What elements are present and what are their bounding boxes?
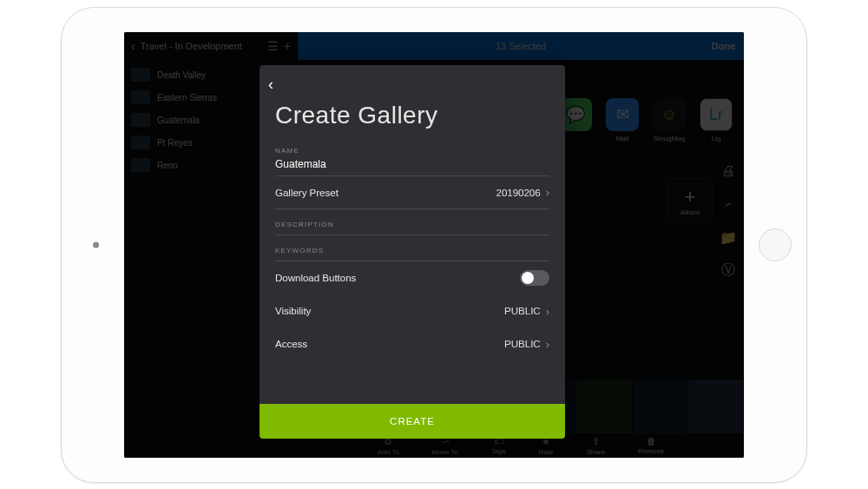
share-icon: ⇪ [592,436,600,447]
smugmug-icon: ☺ [653,98,686,131]
thumb [131,90,150,104]
mail-icon: ✉ [606,98,639,131]
gallery-preset-row[interactable]: Gallery Preset 20190206› [275,176,549,209]
sort-icon[interactable]: ☰ [267,39,279,53]
done-button[interactable]: Done [712,41,736,51]
ipad-camera [93,242,99,248]
chevron-right-icon: › [546,338,549,351]
create-button[interactable]: CREATE [260,404,565,439]
wordpress-icon[interactable]: Ⓥ [720,261,737,279]
sidebar-item-label: Pt Reyes [157,138,193,148]
modal-body: NAME Gallery Preset 20190206› Download B… [260,140,565,404]
photo-thumb[interactable] [633,380,688,433]
description-input[interactable] [275,214,549,235]
visibility-value: PUBLIC [504,306,541,316]
open-in-icon[interactable]: ⌿ [720,195,737,213]
album-row: +Album [667,178,713,223]
back-icon[interactable]: ‹ [131,39,135,53]
share-app-label: Lig [712,135,721,142]
share-app-smugmug[interactable]: ☺SmugMug [650,98,688,142]
access-label: Access [275,339,307,349]
sidebar-item-label: Death Valley [157,70,206,80]
photo-thumb[interactable] [576,380,632,433]
chevron-right-icon: › [546,186,549,199]
sidebar-item-label: Eastern Sierras [157,93,217,102]
sidebar-item-label: Guatemala [157,116,200,125]
system-actions: 🖨 ⌿ 📁 Ⓥ [720,162,737,279]
ipad-frame: ‹ Travel - In Development ☰ + Death Vall… [61,7,807,483]
plus-icon[interactable]: + [284,39,291,53]
name-label: NAME [275,140,549,155]
access-value: PUBLIC [504,339,541,349]
download-toggle[interactable] [520,270,549,286]
print-icon[interactable]: 🖨 [720,162,737,180]
keywords-input[interactable] [275,240,549,261]
visibility-row[interactable]: Visibility PUBLIC› [275,294,549,327]
keywords-field[interactable] [275,235,549,261]
app-screen: ‹ Travel - In Development ☰ + Death Vall… [124,32,744,458]
thumb [131,113,150,127]
description-field[interactable] [275,209,549,235]
files-icon[interactable]: 📁 [720,228,737,246]
thumb [131,135,150,149]
sidebar-title: Travel - In Development [141,41,242,51]
modal-title: Create Gallery [260,65,565,140]
share-app-mail[interactable]: ✉Mail [603,98,641,142]
tool-tags[interactable]: 🏷Tags [491,436,506,455]
plus-icon: + [685,186,696,208]
photo-thumb[interactable] [688,380,744,433]
trash-icon: 🗑 [647,436,656,446]
share-app-label: Mail [616,135,629,142]
preset-value: 20190206 [496,188,540,198]
access-row[interactable]: Access PUBLIC› [275,327,549,360]
tool-share[interactable]: ⇪Share [587,436,605,456]
thumb [131,68,150,82]
thumb [131,158,150,172]
gallery-name-input[interactable] [275,155,549,176]
modal-back-button[interactable]: ‹ [268,76,289,96]
share-app-lightroom[interactable]: LrLig [697,98,735,142]
sidebar-item-label: Reno [157,161,178,170]
sidebar-header[interactable]: ‹ Travel - In Development ☰ + [124,32,298,60]
ipad-home-button[interactable] [759,228,792,261]
selection-count: 13 Selected [496,41,546,51]
preset-label: Gallery Preset [275,188,339,198]
new-album-tile[interactable]: +Album [667,178,713,223]
share-app-label: SmugMug [654,135,685,142]
lightroom-icon: Lr [700,98,733,131]
download-label: Download Buttons [275,273,356,283]
tool-remove[interactable]: 🗑Remove [638,436,664,455]
visibility-label: Visibility [275,306,311,316]
selection-bar: 13 Selected Done [298,32,744,60]
chevron-right-icon: › [546,305,549,318]
create-gallery-modal: ‹ Create Gallery NAME Gallery Preset 201… [260,65,565,439]
album-tile-label: Album [681,208,700,216]
download-buttons-row[interactable]: Download Buttons [275,261,549,294]
